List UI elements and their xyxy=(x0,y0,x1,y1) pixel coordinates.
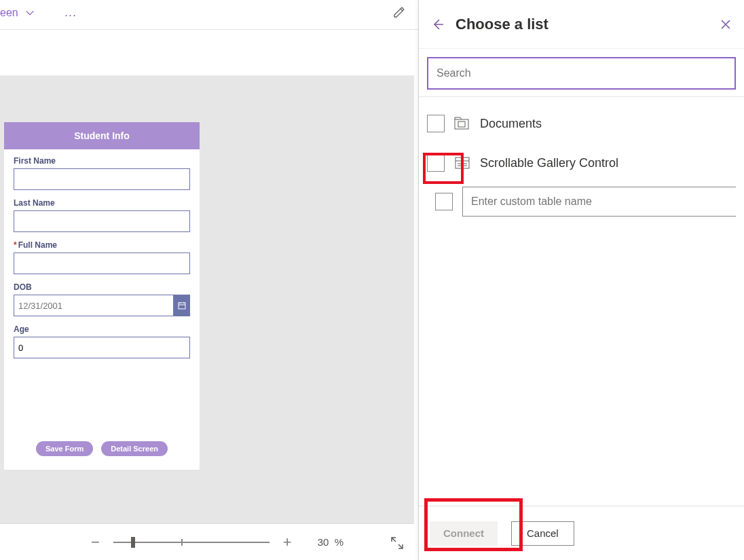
full-name-label-text: Full Name xyxy=(18,240,57,250)
screen-dropdown-label: een xyxy=(0,7,18,19)
zoom-slider[interactable] xyxy=(113,534,269,550)
last-name-input[interactable] xyxy=(14,210,190,232)
dob-input[interactable] xyxy=(14,295,174,316)
last-name-label: Last Name xyxy=(14,198,190,208)
checkbox-documents[interactable] xyxy=(427,115,445,132)
save-form-button[interactable]: Save Form xyxy=(36,441,93,456)
fit-to-screen-icon[interactable] xyxy=(390,536,405,550)
checkbox-custom-table[interactable] xyxy=(435,193,453,210)
checkbox-scrollable-gallery[interactable] xyxy=(427,154,445,172)
chevron-down-icon xyxy=(25,8,35,18)
list-item-scrollable-gallery[interactable]: Scrollable Gallery Control xyxy=(427,143,736,183)
required-star-icon: * xyxy=(14,240,17,250)
zoom-value-number: 30 xyxy=(318,536,329,548)
zoom-value: 30 % xyxy=(318,536,343,548)
screen-dropdown[interactable]: een xyxy=(0,7,35,19)
zoom-slider-thumb[interactable] xyxy=(131,537,135,548)
panel-title: Choose a list xyxy=(455,16,720,33)
dob-label: DOB xyxy=(14,282,190,292)
connect-button[interactable]: Connect xyxy=(430,521,498,546)
detail-screen-button[interactable]: Detail Screen xyxy=(101,441,168,456)
full-name-input[interactable] xyxy=(14,253,190,274)
list-icon xyxy=(454,156,470,170)
list-item-label: Scrollable Gallery Control xyxy=(480,156,618,170)
zoom-out-button[interactable]: − xyxy=(81,534,109,551)
full-name-label: *Full Name xyxy=(14,240,190,250)
formula-bar-area xyxy=(0,30,414,76)
doclib-icon xyxy=(454,117,470,130)
svg-rect-0 xyxy=(179,303,185,309)
calendar-icon[interactable] xyxy=(174,295,190,316)
close-icon[interactable] xyxy=(720,18,732,31)
more-menu-icon[interactable]: ··· xyxy=(64,8,77,22)
zoom-value-unit: % xyxy=(335,536,343,548)
age-input[interactable] xyxy=(14,337,190,358)
search-input[interactable] xyxy=(427,57,736,90)
first-name-label: First Name xyxy=(14,156,190,166)
pencil-icon[interactable] xyxy=(392,5,406,19)
svg-rect-5 xyxy=(458,122,465,127)
choose-list-panel: Choose a list Documents Scrollable xyxy=(418,0,744,560)
first-name-input[interactable] xyxy=(14,168,190,190)
back-arrow-icon[interactable] xyxy=(431,18,445,31)
list-item-label: Documents xyxy=(480,117,542,131)
svg-rect-4 xyxy=(455,119,468,129)
custom-table-input[interactable] xyxy=(462,187,736,217)
zoom-slider-tick xyxy=(181,539,183,546)
zoom-in-button[interactable]: + xyxy=(274,534,301,551)
custom-table-row xyxy=(427,183,736,217)
cancel-button[interactable]: Cancel xyxy=(511,521,574,546)
zoom-slider-track xyxy=(113,542,269,543)
age-label: Age xyxy=(14,324,190,334)
list-item-documents[interactable]: Documents xyxy=(427,104,736,143)
form-card-title: Student Info xyxy=(4,122,200,149)
form-card: Student Info First Name Last Name *Full … xyxy=(4,122,200,470)
svg-rect-6 xyxy=(455,157,469,168)
zoom-bar: − + 30 % xyxy=(0,523,414,560)
